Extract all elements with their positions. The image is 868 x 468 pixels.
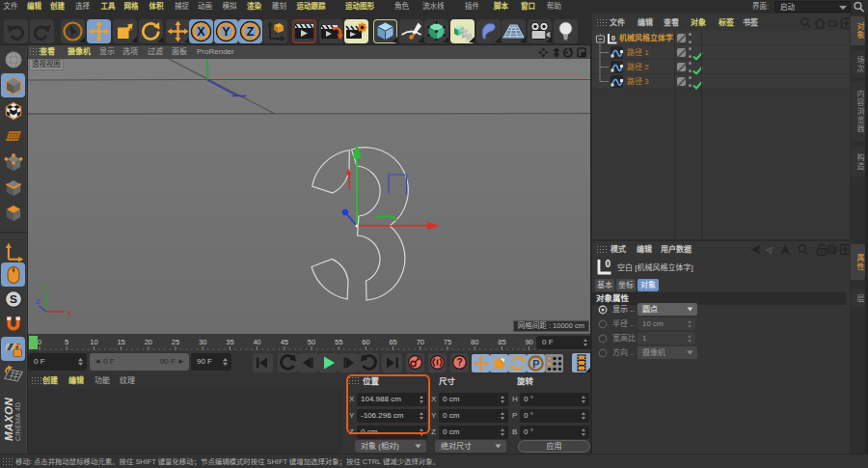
svg-text:75: 75 <box>444 338 451 346</box>
svg-text:80: 80 <box>471 338 478 346</box>
svg-text:60: 60 <box>362 338 369 346</box>
svg-text:X: X <box>197 25 205 39</box>
svg-text:0: 0 <box>38 338 41 346</box>
svg-text:X: X <box>67 309 72 317</box>
svg-text:Y: Y <box>42 284 48 292</box>
svg-text:40: 40 <box>253 338 260 346</box>
svg-text:S: S <box>10 292 17 306</box>
svg-text:20: 20 <box>145 338 152 346</box>
svg-text:?: ? <box>456 357 462 368</box>
svg-text:0: 0 <box>606 259 611 269</box>
svg-text:55: 55 <box>335 338 342 346</box>
svg-text:Y: Y <box>222 25 231 39</box>
svg-text:30: 30 <box>199 338 206 346</box>
svg-text:25: 25 <box>172 338 179 346</box>
svg-text:5: 5 <box>65 338 68 346</box>
svg-text:P: P <box>532 358 539 370</box>
svg-text:35: 35 <box>226 338 233 346</box>
svg-text:50: 50 <box>308 338 315 346</box>
svg-text:0: 0 <box>611 35 615 41</box>
svg-text:45: 45 <box>281 338 288 346</box>
svg-text:15: 15 <box>117 338 124 346</box>
svg-text:65: 65 <box>389 338 396 346</box>
svg-text:90: 90 <box>525 338 532 346</box>
svg-text:85: 85 <box>498 338 505 346</box>
svg-text:10: 10 <box>90 338 97 346</box>
svg-text:70: 70 <box>417 338 424 346</box>
svg-text:Z: Z <box>36 297 41 306</box>
svg-text:Z: Z <box>247 25 255 39</box>
